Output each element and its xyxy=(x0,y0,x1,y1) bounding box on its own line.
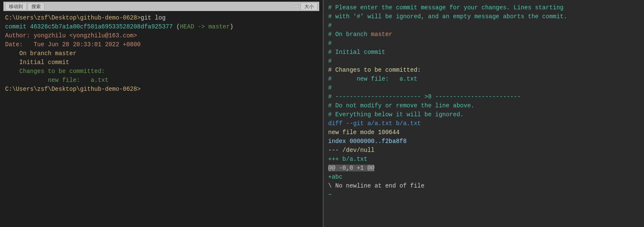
terminal-line: # Do not modify or remove the line above… xyxy=(328,101,640,110)
terminal-line: # new file: a.txt xyxy=(328,75,640,84)
terminal-line: # with '#' will be ignored, and an empty… xyxy=(328,12,640,21)
terminal-line: # Please enter the commit message for yo… xyxy=(328,3,640,12)
terminal-line: new file mode 100644 xyxy=(328,128,640,137)
terminal-line: C:\Users\zsf\Desktop\github-demo-0628>gi… xyxy=(5,14,318,22)
size-badge xyxy=(294,6,299,7)
terminal-line: # Changes to be committed: xyxy=(328,66,640,75)
terminal-line: --- /dev/null xyxy=(328,146,640,155)
right-panel: # Please enter the commit message for yo… xyxy=(323,0,644,227)
tab-move[interactable]: 移动到 xyxy=(5,3,27,11)
terminal-line: ~ xyxy=(328,191,640,199)
top-bar: 移动到 搜索 大小 xyxy=(3,2,319,11)
terminal-line: # Initial commit xyxy=(328,48,640,57)
tab-size[interactable]: 大小 xyxy=(301,3,318,11)
terminal-line: commit 46326c5b7a1a00cf501a69533528208df… xyxy=(5,22,318,31)
terminal-line: # xyxy=(328,39,640,48)
tab-search[interactable]: 搜索 xyxy=(28,3,45,11)
terminal-line: Date: Tue Jun 28 20:33:01 2022 +0800 xyxy=(5,40,318,49)
terminal-line: new file: a.txt xyxy=(5,76,318,85)
terminal-line: # ------------------------ >8 ----------… xyxy=(328,92,640,101)
terminal-line: C:\Users\zsf\Desktop\github-demo-0628> xyxy=(5,85,318,94)
terminal-line: # On branch master xyxy=(328,30,640,39)
terminal-line: Initial commit xyxy=(5,58,318,67)
terminal-line: Changes to be committed: xyxy=(5,67,318,76)
terminal-line: # xyxy=(328,21,640,30)
terminal-output-left: C:\Users\zsf\Desktop\github-demo-0628>gi… xyxy=(3,13,319,95)
terminal-line: +abc xyxy=(328,173,640,182)
terminal-line: +++ b/a.txt xyxy=(328,155,640,164)
terminal-line: @@ -0,0 +1 @@ xyxy=(328,164,640,173)
left-terminal[interactable]: 移动到 搜索 大小 C:\Users\zsf\Desktop\github-de… xyxy=(0,0,323,227)
terminal-line: # xyxy=(328,84,640,92)
terminal-line: Author: yongzhilu <yongzhilu@163.com> xyxy=(5,31,318,40)
terminal-line: \ No newline at end of file xyxy=(328,182,640,191)
terminal-line: # xyxy=(328,57,640,66)
terminal-line: index 0000000..f2ba8f8 xyxy=(328,137,640,146)
right-terminal: # Please enter the commit message for yo… xyxy=(324,0,644,227)
terminal-line: # Everything below it will be ignored. xyxy=(328,110,640,119)
terminal-line: On branch master xyxy=(5,49,318,58)
terminal-line: diff --git a/a.txt b/a.txt xyxy=(328,119,640,128)
